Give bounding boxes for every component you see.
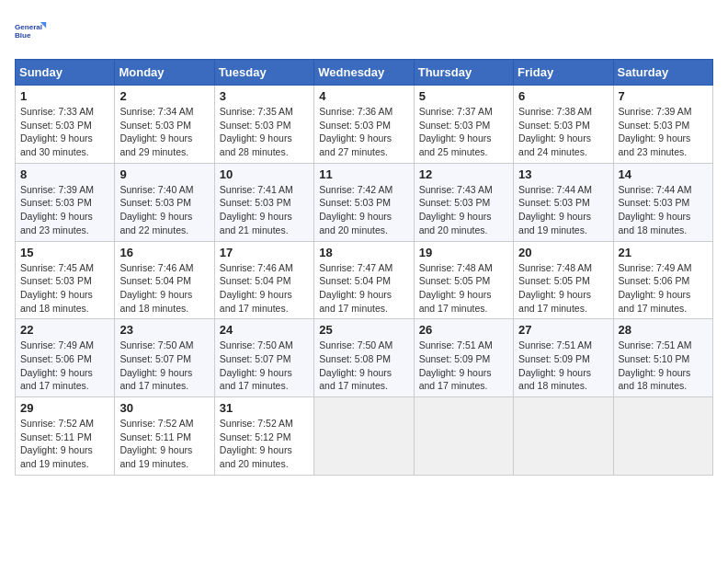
calendar-header-sunday: Sunday [16, 60, 115, 86]
day-info: Sunrise: 7:35 AM Sunset: 5:03 PM Dayligh… [220, 105, 309, 159]
day-number: 25 [319, 323, 408, 337]
day-info: Sunrise: 7:33 AM Sunset: 5:03 PM Dayligh… [20, 105, 109, 159]
calendar-cell: 16Sunrise: 7:46 AM Sunset: 5:04 PM Dayli… [115, 241, 214, 319]
calendar-cell: 26Sunrise: 7:51 AM Sunset: 5:09 PM Dayli… [414, 319, 513, 397]
calendar-cell: 10Sunrise: 7:41 AM Sunset: 5:03 PM Dayli… [214, 163, 313, 241]
day-info: Sunrise: 7:52 AM Sunset: 5:11 PM Dayligh… [20, 417, 109, 471]
day-info: Sunrise: 7:39 AM Sunset: 5:03 PM Dayligh… [619, 105, 708, 159]
calendar-header-monday: Monday [115, 60, 214, 86]
calendar-cell: 23Sunrise: 7:50 AM Sunset: 5:07 PM Dayli… [115, 319, 214, 397]
day-number: 27 [518, 323, 608, 337]
day-info: Sunrise: 7:51 AM Sunset: 5:09 PM Dayligh… [419, 339, 508, 393]
calendar-cell: 18Sunrise: 7:47 AM Sunset: 5:04 PM Dayli… [314, 241, 414, 319]
day-info: Sunrise: 7:50 AM Sunset: 5:07 PM Dayligh… [119, 339, 209, 393]
day-info: Sunrise: 7:40 AM Sunset: 5:03 PM Dayligh… [119, 183, 209, 237]
day-number: 3 [220, 89, 309, 103]
svg-text:Blue: Blue [15, 31, 31, 40]
day-number: 18 [319, 246, 408, 259]
day-number: 16 [119, 246, 209, 259]
day-number: 6 [518, 89, 608, 103]
calendar-cell: 1Sunrise: 7:33 AM Sunset: 5:03 PM Daylig… [16, 86, 115, 164]
day-number: 4 [319, 89, 408, 103]
day-info: Sunrise: 7:44 AM Sunset: 5:03 PM Dayligh… [619, 183, 708, 237]
day-info: Sunrise: 7:50 AM Sunset: 5:07 PM Dayligh… [220, 339, 309, 393]
calendar-week-row: 15Sunrise: 7:45 AM Sunset: 5:03 PM Dayli… [16, 241, 713, 319]
day-info: Sunrise: 7:52 AM Sunset: 5:12 PM Dayligh… [220, 417, 309, 471]
calendar-cell: 13Sunrise: 7:44 AM Sunset: 5:03 PM Dayli… [514, 163, 613, 241]
day-info: Sunrise: 7:48 AM Sunset: 5:05 PM Dayligh… [419, 261, 508, 316]
day-number: 7 [619, 89, 708, 103]
calendar-cell: 14Sunrise: 7:44 AM Sunset: 5:03 PM Dayli… [613, 163, 712, 241]
day-number: 26 [419, 323, 508, 337]
calendar-cell: 3Sunrise: 7:35 AM Sunset: 5:03 PM Daylig… [214, 86, 313, 164]
logo-icon: GeneralBlue [15, 15, 48, 48]
day-info: Sunrise: 7:46 AM Sunset: 5:04 PM Dayligh… [220, 261, 309, 316]
logo: GeneralBlue [15, 15, 48, 48]
day-info: Sunrise: 7:50 AM Sunset: 5:08 PM Dayligh… [319, 339, 408, 393]
calendar-cell: 17Sunrise: 7:46 AM Sunset: 5:04 PM Dayli… [214, 241, 313, 319]
day-info: Sunrise: 7:43 AM Sunset: 5:03 PM Dayligh… [419, 183, 508, 237]
day-number: 22 [20, 323, 109, 337]
day-info: Sunrise: 7:44 AM Sunset: 5:03 PM Dayligh… [518, 183, 608, 237]
calendar-cell: 19Sunrise: 7:48 AM Sunset: 5:05 PM Dayli… [414, 241, 513, 319]
calendar-cell: 9Sunrise: 7:40 AM Sunset: 5:03 PM Daylig… [115, 163, 214, 241]
calendar-cell: 5Sunrise: 7:37 AM Sunset: 5:03 PM Daylig… [414, 86, 513, 164]
calendar-week-row: 29Sunrise: 7:52 AM Sunset: 5:11 PM Dayli… [16, 397, 713, 476]
calendar-cell: 2Sunrise: 7:34 AM Sunset: 5:03 PM Daylig… [115, 86, 214, 164]
calendar-cell: 25Sunrise: 7:50 AM Sunset: 5:08 PM Dayli… [314, 319, 414, 397]
day-number: 2 [119, 89, 209, 103]
calendar-cell: 28Sunrise: 7:51 AM Sunset: 5:10 PM Dayli… [613, 319, 712, 397]
calendar-header-saturday: Saturday [613, 60, 712, 86]
day-info: Sunrise: 7:46 AM Sunset: 5:04 PM Dayligh… [119, 261, 209, 316]
day-number: 23 [119, 323, 209, 337]
day-number: 9 [119, 167, 209, 181]
calendar-cell: 11Sunrise: 7:42 AM Sunset: 5:03 PM Dayli… [314, 163, 414, 241]
svg-text:General: General [15, 23, 42, 31]
day-number: 15 [20, 246, 109, 259]
calendar-cell: 24Sunrise: 7:50 AM Sunset: 5:07 PM Dayli… [214, 319, 313, 397]
calendar-table: SundayMondayTuesdayWednesdayThursdayFrid… [15, 59, 713, 476]
day-number: 24 [220, 323, 309, 337]
day-number: 21 [619, 246, 708, 259]
day-number: 10 [220, 167, 309, 181]
calendar-header-tuesday: Tuesday [214, 60, 313, 86]
day-number: 11 [319, 167, 408, 181]
calendar-cell: 6Sunrise: 7:38 AM Sunset: 5:03 PM Daylig… [514, 86, 613, 164]
calendar-cell: 30Sunrise: 7:52 AM Sunset: 5:11 PM Dayli… [115, 397, 214, 476]
day-info: Sunrise: 7:49 AM Sunset: 5:06 PM Dayligh… [20, 339, 109, 393]
day-number: 8 [20, 167, 109, 181]
calendar-header-wednesday: Wednesday [314, 60, 414, 86]
day-info: Sunrise: 7:38 AM Sunset: 5:03 PM Dayligh… [518, 105, 608, 159]
calendar-cell: 22Sunrise: 7:49 AM Sunset: 5:06 PM Dayli… [16, 319, 115, 397]
day-info: Sunrise: 7:37 AM Sunset: 5:03 PM Dayligh… [419, 105, 508, 159]
day-number: 1 [20, 89, 109, 103]
day-info: Sunrise: 7:47 AM Sunset: 5:04 PM Dayligh… [319, 261, 408, 316]
day-number: 12 [419, 167, 508, 181]
day-number: 19 [419, 246, 508, 259]
day-number: 29 [20, 401, 109, 415]
calendar-cell: 31Sunrise: 7:52 AM Sunset: 5:12 PM Dayli… [214, 397, 313, 476]
calendar-week-row: 22Sunrise: 7:49 AM Sunset: 5:06 PM Dayli… [16, 319, 713, 397]
day-number: 20 [518, 246, 608, 259]
calendar-cell: 20Sunrise: 7:48 AM Sunset: 5:05 PM Dayli… [514, 241, 613, 319]
calendar-header-row: SundayMondayTuesdayWednesdayThursdayFrid… [16, 60, 713, 86]
calendar-header-friday: Friday [514, 60, 613, 86]
day-info: Sunrise: 7:52 AM Sunset: 5:11 PM Dayligh… [119, 417, 209, 471]
day-info: Sunrise: 7:42 AM Sunset: 5:03 PM Dayligh… [319, 183, 408, 237]
day-info: Sunrise: 7:48 AM Sunset: 5:05 PM Dayligh… [518, 261, 608, 316]
day-number: 5 [419, 89, 508, 103]
calendar-cell: 8Sunrise: 7:39 AM Sunset: 5:03 PM Daylig… [16, 163, 115, 241]
calendar-cell: 7Sunrise: 7:39 AM Sunset: 5:03 PM Daylig… [613, 86, 712, 164]
calendar-cell: 29Sunrise: 7:52 AM Sunset: 5:11 PM Dayli… [16, 397, 115, 476]
day-info: Sunrise: 7:45 AM Sunset: 5:03 PM Dayligh… [20, 261, 109, 316]
calendar-week-row: 1Sunrise: 7:33 AM Sunset: 5:03 PM Daylig… [16, 86, 713, 164]
calendar-cell: 27Sunrise: 7:51 AM Sunset: 5:09 PM Dayli… [514, 319, 613, 397]
calendar-week-row: 8Sunrise: 7:39 AM Sunset: 5:03 PM Daylig… [16, 163, 713, 241]
day-number: 13 [518, 167, 608, 181]
calendar-cell: 4Sunrise: 7:36 AM Sunset: 5:03 PM Daylig… [314, 86, 414, 164]
day-info: Sunrise: 7:34 AM Sunset: 5:03 PM Dayligh… [119, 105, 209, 159]
calendar-header-thursday: Thursday [414, 60, 513, 86]
calendar-cell: 15Sunrise: 7:45 AM Sunset: 5:03 PM Dayli… [16, 241, 115, 319]
day-number: 31 [220, 401, 309, 415]
day-number: 30 [119, 401, 209, 415]
